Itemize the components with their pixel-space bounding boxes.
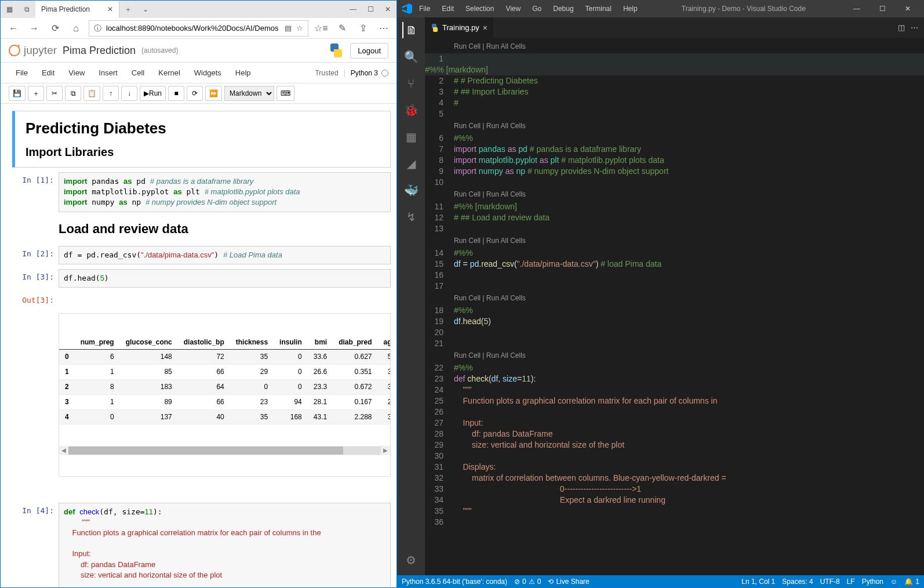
menu-edit[interactable]: Edit: [35, 65, 61, 81]
logout-button[interactable]: Logout: [350, 43, 388, 59]
code-input[interactable]: def check(df, size=11): """ Function plo…: [59, 503, 391, 587]
code-cell-2[interactable]: In [2]: df = pd.read_csv("./data/pima-da…: [12, 246, 391, 264]
menu-insert[interactable]: Insert: [92, 65, 125, 81]
menu-file[interactable]: File: [414, 2, 435, 15]
scroll-left-icon[interactable]: ◀: [59, 447, 68, 455]
minimize-icon[interactable]: —: [845, 5, 868, 13]
status-notifications[interactable]: 🔔 1: [904, 578, 919, 586]
status-python[interactable]: Python 3.6.5 64-bit ('base': conda): [402, 578, 507, 586]
restart-icon[interactable]: ⟳: [187, 86, 203, 101]
scrollbar-thumb[interactable]: [68, 447, 343, 455]
notebook-title[interactable]: Pima Prediction: [63, 45, 136, 57]
scroll-right-icon[interactable]: ▶: [381, 447, 390, 455]
url-input[interactable]: [106, 24, 280, 32]
horizontal-scrollbar[interactable]: ◀ ▶: [59, 446, 390, 455]
url-field[interactable]: ⓘ ▤ ☆: [89, 20, 308, 37]
run-all-cells-link[interactable]: Run All Cells: [486, 42, 526, 50]
liveshare-icon[interactable]: ↯: [403, 209, 419, 225]
reading-view-icon[interactable]: ▤: [285, 24, 292, 32]
run-all-cells-link[interactable]: Run All Cells: [486, 190, 526, 198]
split-editor-icon[interactable]: ◫: [898, 23, 905, 32]
run-cell-link[interactable]: Run Cell: [454, 294, 481, 302]
close-icon[interactable]: ✕: [896, 5, 919, 13]
menu-view[interactable]: View: [501, 2, 525, 15]
code-cell-1[interactable]: In [1]: import pandas as pd # pandas is …: [12, 172, 391, 212]
close-tab-icon[interactable]: ✕: [107, 5, 113, 13]
code-cell-3[interactable]: In [3]: df.head(5): [12, 269, 391, 288]
menu-help[interactable]: Help: [619, 2, 642, 15]
info-icon[interactable]: ⓘ: [94, 23, 101, 34]
settings-icon[interactable]: ⚙: [403, 552, 419, 568]
dataframe-output[interactable]: num_pregglucose_concdiastolic_bpthicknes…: [59, 313, 391, 477]
run-cell-link[interactable]: Run Cell: [454, 42, 481, 50]
more-icon[interactable]: ⋯: [376, 20, 392, 37]
extensions-icon[interactable]: ▦: [403, 129, 419, 145]
status-liveshare[interactable]: ⟲ Live Share: [548, 578, 589, 586]
run-button[interactable]: ▶ Run: [140, 86, 166, 101]
code-input[interactable]: df.head(5): [59, 269, 391, 288]
tab-chevron-icon[interactable]: ⌄: [137, 1, 154, 18]
kernel-indicator[interactable]: Python 3: [345, 69, 388, 77]
tab-actions-icon[interactable]: ▦: [1, 1, 18, 18]
maximize-icon[interactable]: ☐: [362, 1, 379, 18]
favorite-icon[interactable]: ☆: [296, 24, 303, 32]
stop-icon[interactable]: ■: [168, 86, 184, 101]
code-input[interactable]: df = pd.read_csv("./data/pima-data.csv")…: [59, 246, 391, 264]
menu-go[interactable]: Go: [528, 2, 546, 15]
minimize-icon[interactable]: —: [344, 1, 362, 18]
forward-icon[interactable]: →: [26, 20, 42, 37]
restart-run-icon[interactable]: ⏩: [205, 86, 222, 101]
editor-tab[interactable]: Training.py ×: [425, 17, 494, 38]
menu-selection[interactable]: Selection: [461, 2, 499, 15]
celltype-select[interactable]: Markdown: [224, 86, 274, 101]
search-icon[interactable]: 🔍: [403, 49, 419, 65]
move-up-icon[interactable]: ↑: [103, 86, 119, 101]
run-all-cells-link[interactable]: Run All Cells: [486, 351, 526, 360]
trusted-label[interactable]: Trusted: [315, 69, 344, 77]
menu-debug[interactable]: Debug: [548, 2, 578, 15]
command-palette-icon[interactable]: ⌨: [277, 86, 294, 101]
status-position[interactable]: Ln 1, Col 1: [741, 578, 775, 586]
code-cell-4[interactable]: In [4]: def check(df, size=11): """ Func…: [12, 503, 391, 587]
azure-icon[interactable]: ◢: [403, 155, 419, 172]
set-aside-tabs-icon[interactable]: ⧉: [18, 1, 35, 18]
menu-view[interactable]: View: [61, 65, 92, 81]
explorer-icon[interactable]: 🗎: [402, 22, 419, 38]
close-window-icon[interactable]: ✕: [379, 1, 396, 18]
notes-icon[interactable]: ✎: [334, 20, 350, 37]
share-icon[interactable]: ⇪: [355, 20, 371, 37]
paste-icon[interactable]: 📋: [83, 86, 100, 101]
status-spaces[interactable]: Spaces: 4: [782, 578, 813, 586]
cut-icon[interactable]: ✂: [46, 86, 63, 101]
menu-widgets[interactable]: Widgets: [187, 65, 228, 81]
back-icon[interactable]: ←: [5, 20, 21, 37]
maximize-icon[interactable]: ☐: [871, 5, 894, 13]
source-control-icon[interactable]: ⑂: [403, 75, 419, 92]
menu-kernel[interactable]: Kernel: [151, 65, 187, 81]
add-cell-icon[interactable]: ＋: [28, 86, 44, 101]
menu-edit[interactable]: Edit: [437, 2, 459, 15]
notebook-area[interactable]: Predicting Diabetes Import Libraries In …: [1, 104, 396, 587]
run-cell-link[interactable]: Run Cell: [454, 122, 481, 130]
status-problems[interactable]: ⊘ 0 ⚠ 0: [514, 578, 541, 586]
run-cell-link[interactable]: Run Cell: [454, 237, 481, 245]
refresh-icon[interactable]: ⟳: [47, 20, 63, 37]
menu-help[interactable]: Help: [228, 65, 258, 81]
run-cell-link[interactable]: Run Cell: [454, 190, 481, 198]
status-eol[interactable]: LF: [847, 578, 855, 586]
menu-cell[interactable]: Cell: [125, 65, 151, 81]
run-cell-link[interactable]: Run Cell: [454, 351, 481, 360]
markdown-cell-2[interactable]: Load and review data: [12, 217, 391, 241]
favorites-icon[interactable]: ☆≡: [313, 20, 329, 37]
save-icon[interactable]: 💾: [9, 86, 26, 101]
new-tab-icon[interactable]: ＋: [119, 1, 137, 18]
code-input[interactable]: import pandas as pd # pandas is a datafr…: [59, 172, 391, 212]
move-down-icon[interactable]: ↓: [121, 86, 137, 101]
close-tab-icon[interactable]: ×: [483, 23, 488, 32]
menu-file[interactable]: File: [9, 65, 35, 81]
home-icon[interactable]: ⌂: [68, 20, 84, 37]
code-editor[interactable]: Run Cell | Run All Cells 1#%% [markdown]…: [425, 38, 924, 575]
more-actions-icon[interactable]: ⋯: [911, 23, 918, 32]
status-feedback-icon[interactable]: ☺: [890, 578, 897, 586]
debug-icon[interactable]: 🐞: [403, 102, 419, 118]
